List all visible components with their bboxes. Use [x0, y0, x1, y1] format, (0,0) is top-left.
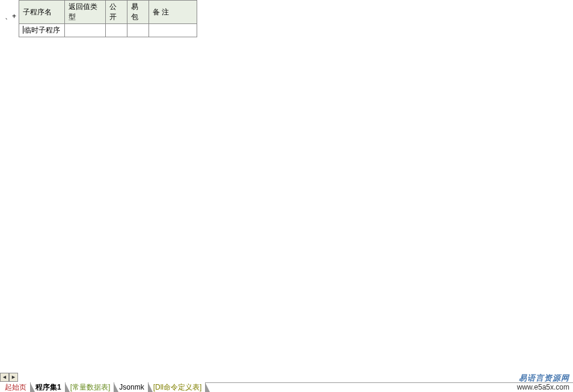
tab-label: 起始页 — [5, 382, 26, 393]
cell-remark[interactable] — [149, 24, 197, 37]
text-cursor-icon — [23, 26, 23, 34]
watermark: 易语言资源网 www.e5a5x.com — [517, 373, 569, 392]
subroutine-table: 子程序名 返回值类型 公开 易包 备 注 临时子程序 — [19, 0, 197, 37]
header-return-type[interactable]: 返回值类型 — [65, 1, 106, 24]
tab-label: 程序集1 — [35, 382, 61, 393]
tab-dll-command-def[interactable]: [Dll命令定义表] — [149, 382, 206, 392]
tab-const-data-table[interactable]: [常量数据表] — [66, 382, 115, 392]
tab-label: [常量数据表] — [70, 382, 111, 393]
horizontal-scroll-controls: ◄ ► — [0, 372, 18, 382]
tab-label: Jsonmk — [119, 383, 144, 391]
cell-easy-pkg[interactable] — [127, 24, 149, 37]
watermark-title: 易语言资源网 — [517, 373, 569, 383]
tab-label: [Dll命令定义表] — [153, 382, 202, 393]
tab-bar: 起始页 程序集1 [常量数据表] Jsonmk [Dll命令定义表] 易语言资源… — [0, 382, 573, 392]
watermark-url: www.e5a5x.com — [517, 383, 569, 391]
chevron-right-icon: ► — [11, 374, 16, 380]
editor-content-area: 、+ 子程序名 返回值类型 公开 易包 备 注 临时子程序 — [0, 0, 573, 372]
header-remark[interactable]: 备 注 — [149, 1, 197, 24]
header-public[interactable]: 公开 — [106, 1, 127, 24]
table-header-row: 子程序名 返回值类型 公开 易包 备 注 — [19, 1, 197, 24]
scroll-right-button[interactable]: ► — [9, 373, 18, 382]
table-row: 临时子程序 — [19, 24, 197, 37]
cell-public[interactable] — [106, 24, 127, 37]
header-easy-pkg[interactable]: 易包 — [127, 1, 149, 24]
tab-program-set-1[interactable]: 程序集1 — [31, 382, 66, 392]
tab-start-page[interactable]: 起始页 — [0, 382, 31, 392]
cell-name-text: 临时子程序 — [24, 26, 60, 34]
row-marker[interactable]: 、+ — [0, 11, 19, 22]
cell-return-type[interactable] — [65, 24, 106, 37]
tabs-container: 起始页 程序集1 [常量数据表] Jsonmk [Dll命令定义表] — [0, 382, 206, 392]
scroll-left-button[interactable]: ◄ — [0, 373, 9, 382]
header-name[interactable]: 子程序名 — [19, 1, 65, 24]
chevron-left-icon: ◄ — [2, 374, 7, 380]
tab-jsonmk[interactable]: Jsonmk — [114, 382, 148, 392]
cell-name[interactable]: 临时子程序 — [19, 24, 65, 37]
subroutine-table-wrapper: 、+ 子程序名 返回值类型 公开 易包 备 注 临时子程序 — [0, 0, 573, 37]
